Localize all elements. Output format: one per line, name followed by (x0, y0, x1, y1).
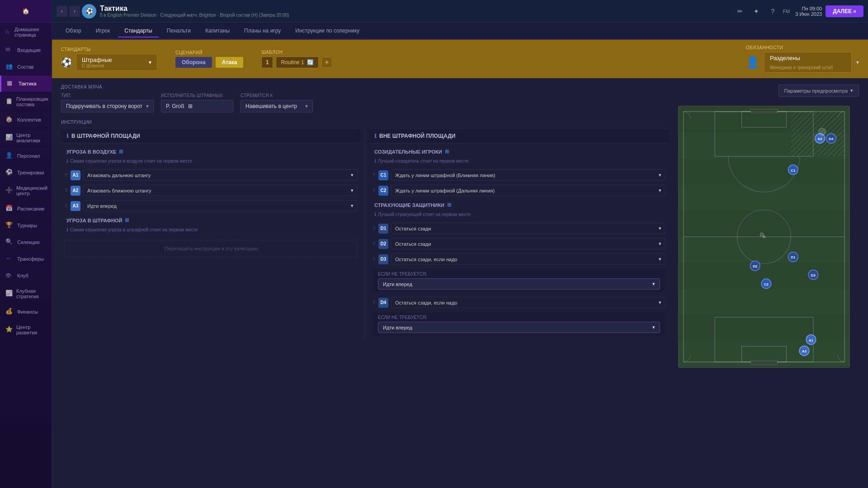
drag-handle[interactable]: ⠿ (65, 188, 68, 193)
sidebar-item-personnel[interactable]: 👤 Персонал (0, 148, 52, 164)
edit-button[interactable]: ✏ (734, 5, 746, 18)
sidebar-item-club[interactable]: 🏟 Клуб (0, 267, 52, 284)
sidebar-item-training[interactable]: ⚽ Тренировки (0, 164, 52, 181)
drag-handle[interactable]: ⠿ (373, 173, 376, 178)
chevron-down-icon: ▾ (351, 203, 354, 209)
drag-handle[interactable]: ⠿ (373, 300, 376, 305)
drag-handle[interactable]: ⠿ (65, 203, 68, 208)
d2-dropdown[interactable]: Остаться сзади ▾ (391, 238, 665, 249)
drag-handle[interactable]: ⠿ (373, 226, 376, 231)
delivery-aim-label: СТРЕМИТСЯ К (241, 93, 313, 98)
sidebar-item-inbox[interactable]: ✉ Входящие (0, 42, 52, 59)
air-threat-subtitle: ℹ Самая серьезная угроза в воздухе стоит… (61, 156, 361, 168)
defense-button[interactable]: Оборона (175, 57, 212, 68)
sidebar-item-label: Входящие (17, 47, 41, 53)
if-not-dropdown-1[interactable]: Идти вперед ▾ (378, 278, 660, 290)
sidebar-item-analytics[interactable]: 📊 Центр аналитики (0, 128, 52, 148)
sidebar-item-tournaments[interactable]: 🏆 Турниры (0, 217, 52, 234)
tab-game-plans[interactable]: Планы на игру (238, 25, 287, 38)
svg-text:D4: D4 (829, 137, 834, 141)
if-not-dropdown-2[interactable]: Идти вперед ▾ (378, 322, 660, 333)
help-button[interactable]: ? (766, 5, 779, 18)
main-content: СТАНДАРТЫ ⚽ Штрафные С флангов ▾ СЦЕНАРИ… (52, 40, 868, 488)
sidebar-item-finances[interactable]: 💰 Финансы (0, 304, 52, 320)
next-button-label: ДАЛЕЕ » (833, 8, 856, 14)
d1-dropdown[interactable]: Остаться сзади ▾ (391, 223, 665, 234)
secondary-nav: Обзор Игрок Стандарты Пенальти Капитаны … (52, 23, 868, 40)
sidebar-item-label: Медицинский центр (16, 185, 47, 196)
delivery-aim-dropdown[interactable]: Навешивать в центр ▾ (241, 100, 313, 113)
instr-row-d1: ⠿ D1 Остаться сзади ▾ (369, 221, 669, 236)
delivery-row: ТИП Подкручивать в сторону ворот ▾ ИСПОЛ… (61, 93, 669, 113)
logo-text: 🏠 (22, 8, 29, 14)
sidebar-item-schedule[interactable]: 📅 Расписание (0, 201, 52, 217)
tab-opponent-instructions[interactable]: Инструкции по сопернику (289, 25, 366, 38)
badge-a3: A3 (71, 201, 80, 211)
chevron-down-icon: ▾ (351, 172, 354, 178)
obligations-sub: Менеджер и тренерский штаб (770, 65, 833, 70)
delivery-executor-dropdown[interactable]: P. Groß ⊞ (161, 100, 233, 113)
delivery-section: ДОСТАВКА МЯЧА ТИП Подкручивать в сторону… (61, 84, 669, 113)
sidebar-item-label: Клуб (17, 273, 28, 278)
chevron-down-icon: ▾ (659, 172, 661, 178)
c1-dropdown[interactable]: Ждать у линии штрафной (Ближняя линия) ▾ (391, 169, 665, 181)
tab-overview[interactable]: Обзор (59, 25, 88, 38)
sidebar-item-club-strategy[interactable]: 📈 Клубная стратегия (0, 284, 52, 304)
help-star-button[interactable]: ✦ (750, 5, 763, 18)
sidebar-item-squad[interactable]: 👥 Состав (0, 59, 52, 75)
attack-button[interactable]: Атака (216, 57, 244, 68)
info-icon: ℹ (66, 227, 68, 233)
standards-dropdown[interactable]: Штрафные С флангов ▾ (76, 54, 157, 71)
d3-dropdown[interactable]: Остаться сзади, если надо ▾ (391, 253, 665, 265)
a1-dropdown[interactable]: Атаковать дальнюю штангу ▾ (83, 169, 358, 181)
back-button[interactable]: ‹ (57, 6, 67, 17)
scenario-label: СЦЕНАРИЙ (175, 50, 243, 55)
instr-row-c2: ⠿ C2 Ждать у линии штрафной (Дальняя лин… (369, 183, 669, 198)
chevron-down-icon: ▾ (659, 300, 661, 305)
d4-dropdown[interactable]: Остаться сзади, если надо ▾ (391, 297, 665, 308)
sidebar-item-dev-center[interactable]: ⭐ Центр развития (0, 320, 52, 340)
right-col-header: ℹ ВНЕ ШТРАФНОЙ ПЛОЩАДИ (369, 129, 669, 143)
sidebar-item-medical[interactable]: ➕ Медицинский центр (0, 181, 52, 201)
obligations-name: Разделены (770, 55, 800, 61)
forward-button[interactable]: › (69, 6, 80, 17)
drag-handle[interactable]: ⠿ (65, 173, 68, 178)
preview-params-button[interactable]: Параметры предпросмотра ▾ (778, 84, 859, 97)
obligations-dropdown[interactable]: Разделены Менеджер и тренерский штаб (764, 52, 852, 73)
c2-dropdown[interactable]: Ждать у линии штрафной (Дальняя линия) ▾ (391, 185, 665, 196)
obligations-section: ОБЯЗАННОСТИ 👤 Разделены Менеджер и трене… (746, 45, 859, 73)
a3-dropdown[interactable]: Идти вперед ▾ (83, 200, 358, 211)
delivery-type-value: Подкручивать в сторону ворот (66, 103, 142, 109)
drag-handle[interactable]: ⠿ (373, 188, 376, 193)
tab-standards[interactable]: Стандарты (118, 25, 159, 38)
template-content: 1 Routine 1 🔄 + (261, 56, 332, 68)
next-button[interactable]: ДАЛЕЕ » (826, 5, 863, 17)
svg-text:A2: A2 (818, 137, 823, 141)
sidebar-item-squad-planner[interactable]: 📋 Планировщик состава (0, 92, 52, 112)
template-section: ШАБЛОН 1 Routine 1 🔄 + (261, 50, 332, 68)
drag-handle[interactable]: ⠿ (373, 257, 376, 262)
a2-dropdown[interactable]: Атаковать ближнюю штангу ▾ (83, 185, 358, 196)
drag-handle[interactable]: ⠿ (373, 241, 376, 246)
info-icon: ℹ (374, 133, 377, 139)
badge-a2: A2 (71, 186, 80, 196)
sidebar-item-transfers[interactable]: ↔ Трансферы (0, 251, 52, 267)
tab-penalties[interactable]: Пенальти (160, 25, 197, 38)
tab-captains[interactable]: Капитаны (199, 25, 236, 38)
delivery-type-dropdown[interactable]: Подкручивать в сторону ворот ▾ (61, 100, 154, 113)
info-icon: ℹ (374, 211, 376, 217)
sidebar-item-home[interactable]: ⌂ Домашняя страница (0, 23, 52, 42)
sidebar-item-label: Тактика (19, 81, 37, 86)
delivery-executor-field: ИСПОЛНИТЕЛЬ ШТРАФНЫХ P. Groß ⊞ (161, 93, 233, 113)
chevron-down-icon: ▾ (149, 59, 151, 66)
sidebar-item-selection[interactable]: 🔍 Селекция (0, 234, 52, 251)
sidebar-item-collective[interactable]: 🏠 Коллектив (0, 112, 52, 128)
tab-player[interactable]: Игрок (90, 25, 117, 38)
sidebar-item-tactics[interactable]: ▦ Тактика (0, 75, 52, 92)
svg-rect-15 (750, 361, 777, 364)
sidebar-item-label: Домашняя страница (14, 27, 46, 38)
add-template-button[interactable]: + (321, 57, 332, 68)
template-name-display[interactable]: Routine 1 🔄 (276, 56, 318, 68)
instr-row-a3: ⠿ A3 Идти вперед ▾ (61, 198, 361, 214)
standards-name: Штрафные (82, 56, 112, 63)
